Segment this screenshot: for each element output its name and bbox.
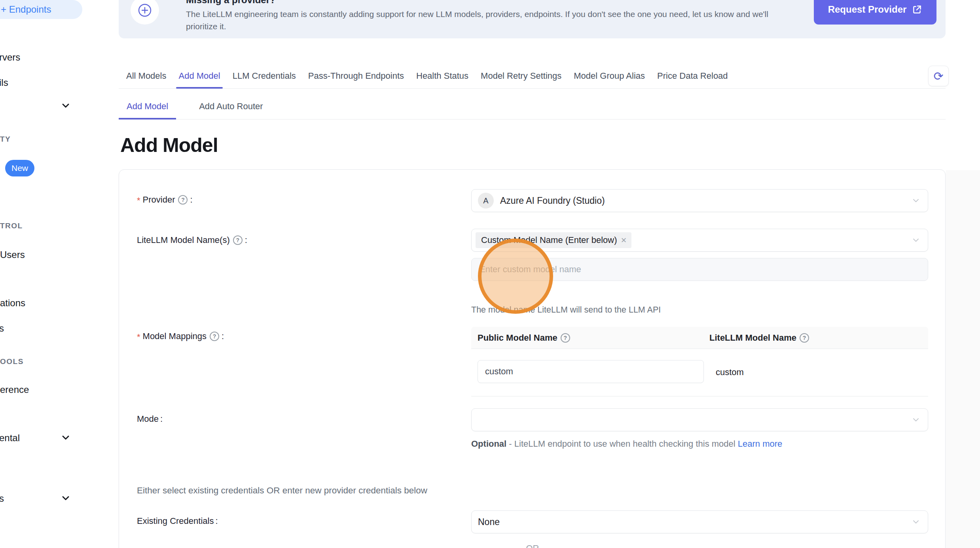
subtab-add-auto-router[interactable]: Add Auto Router <box>191 93 271 119</box>
model-name-tag-label: Custom Model Name (Enter below) <box>481 235 617 245</box>
provider-avatar: A <box>478 193 494 209</box>
custom-model-name-input[interactable] <box>471 258 928 281</box>
external-link-icon <box>912 4 922 15</box>
help-icon[interactable]: ? <box>800 333 809 343</box>
chevron-down-icon <box>911 235 921 245</box>
help-icon[interactable]: ? <box>210 332 219 341</box>
chevron-down-icon[interactable] <box>60 432 71 443</box>
tab-llm-credentials[interactable]: LLM Credentials <box>233 63 296 88</box>
page-background-gutter <box>946 170 980 548</box>
litellm-model-name-value: custom <box>716 367 744 377</box>
banner-body: The LiteLLM engineering team is constant… <box>186 8 799 32</box>
sidebar-item-ental[interactable]: ental <box>0 432 20 444</box>
mode-helper: Optional - LiteLLM endpoint to use when … <box>471 436 790 451</box>
sidebar-item-s1[interactable]: s <box>0 323 4 334</box>
provider-value: Azure AI Foundry (Studio) <box>500 195 605 206</box>
tab-model-retry-settings[interactable]: Model Retry Settings <box>481 63 561 88</box>
sidebar-item-s2[interactable]: s <box>0 493 4 504</box>
required-asterisk: * <box>137 332 140 342</box>
public-model-name-input[interactable] <box>478 360 704 383</box>
existing-credentials-label: Existing Credentials : <box>137 516 218 526</box>
chevron-down-icon[interactable] <box>60 100 71 111</box>
tab-pass-through-endpoints[interactable]: Pass-Through Endpoints <box>308 63 404 88</box>
model-name-tag: Custom Model Name (Enter below) × <box>476 232 631 248</box>
sidebar-item-endpoints-label: + Endpoints <box>1 4 51 15</box>
model-mappings-label: * Model Mappings ? : <box>137 331 224 341</box>
sidebar-item-users[interactable]: Users <box>0 249 25 260</box>
sidebar: + Endpoints rvers ils TY New TROL Users … <box>0 0 104 548</box>
credentials-note: Either select existing credentials OR en… <box>137 485 427 496</box>
app-root: + Endpoints rvers ils TY New TROL Users … <box>0 0 980 548</box>
existing-credentials-value: None <box>478 517 500 527</box>
model-mappings-table: Public Model Name ? LiteLLM Model Name ?… <box>471 327 928 396</box>
sidebar-item-ations[interactable]: ations <box>0 298 25 309</box>
sidebar-section-ools: OOLS <box>0 357 24 366</box>
tab-price-data-reload[interactable]: Price Data Reload <box>657 63 728 88</box>
chevron-down-icon <box>911 196 921 205</box>
request-provider-button[interactable]: Request Provider <box>814 0 936 25</box>
sidebar-item-servers[interactable]: rvers <box>0 52 20 63</box>
sidebar-section-trol: TROL <box>0 222 23 230</box>
mappings-header-row: Public Model Name ? LiteLLM Model Name ? <box>471 327 928 349</box>
sidebar-section-ty: TY <box>0 135 11 144</box>
mappings-row: custom <box>471 349 928 396</box>
help-icon[interactable]: ? <box>561 333 570 343</box>
existing-credentials-select[interactable]: None <box>471 510 928 533</box>
mode-label: Mode : <box>137 414 163 424</box>
request-provider-label: Request Provider <box>828 4 907 15</box>
model-tabs: All Models Add Model LLM Credentials Pas… <box>119 63 946 89</box>
chevron-down-icon <box>911 415 921 425</box>
required-asterisk: * <box>137 195 140 206</box>
tab-all-models[interactable]: All Models <box>126 63 166 88</box>
sidebar-item-ils[interactable]: ils <box>0 77 8 88</box>
learn-more-link[interactable]: Learn more <box>738 439 783 449</box>
provider-label: * Provider ? : <box>137 195 193 205</box>
plus-circle-icon <box>138 3 152 17</box>
remove-tag-icon[interactable]: × <box>621 235 627 245</box>
custom-model-helper: The model name LiteLLM will send to the … <box>471 305 661 315</box>
add-model-card: * Provider ? : A Azure AI Foundry (Studi… <box>119 169 946 548</box>
mode-select[interactable] <box>471 408 928 431</box>
help-icon[interactable]: ? <box>233 235 243 245</box>
column-litellm-model-name: LiteLLM Model Name ? <box>709 327 811 349</box>
new-badge: New <box>5 160 34 176</box>
refresh-icon: ⟳ <box>933 69 943 83</box>
page-title: Add Model <box>120 134 218 157</box>
column-public-model-name: Public Model Name ? <box>478 327 572 349</box>
model-names-label: LiteLLM Model Name(s) ? : <box>137 235 247 245</box>
tab-health-status[interactable]: Health Status <box>416 63 468 88</box>
or-divider: OR <box>119 543 946 548</box>
tab-model-group-alias[interactable]: Model Group Alias <box>574 63 645 88</box>
missing-provider-banner: Missing a provider? The LiteLLM engineer… <box>119 0 946 38</box>
chevron-down-icon <box>911 517 921 527</box>
help-icon[interactable]: ? <box>178 195 188 205</box>
banner-title: Missing a provider? <box>186 0 276 6</box>
refresh-button[interactable]: ⟳ <box>928 66 949 86</box>
model-names-multiselect[interactable]: Custom Model Name (Enter below) × <box>471 229 928 252</box>
sidebar-item-endpoints[interactable]: + Endpoints <box>0 0 82 19</box>
sidebar-item-erence[interactable]: erence <box>0 384 29 395</box>
chevron-down-icon[interactable] <box>60 493 71 504</box>
subtab-add-model[interactable]: Add Model <box>119 93 176 119</box>
add-model-subtabs: Add Model Add Auto Router <box>119 93 946 119</box>
tab-add-model[interactable]: Add Model <box>178 63 220 88</box>
provider-select[interactable]: A Azure AI Foundry (Studio) <box>471 189 928 212</box>
plus-circle-icon-wrap <box>131 0 159 25</box>
